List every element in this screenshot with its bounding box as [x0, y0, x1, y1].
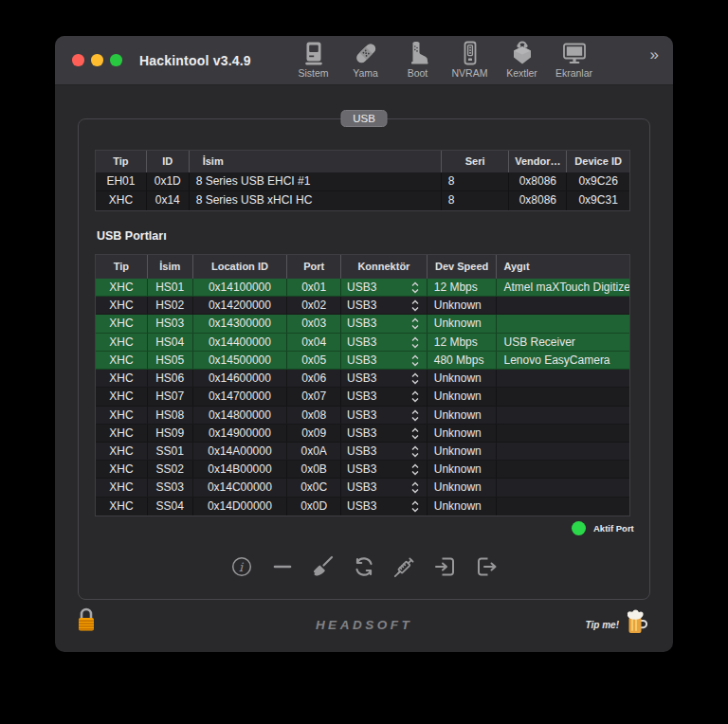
export-button[interactable] [474, 553, 499, 580]
column-header[interactable]: Device ID [567, 151, 629, 172]
table-cell: 12 Mbps [428, 334, 498, 351]
traffic-lights [72, 54, 122, 66]
connector-select[interactable]: USB3 [341, 334, 428, 351]
port-row[interactable]: XHCHS020x142000000x02USB3Unknown [96, 297, 629, 315]
table-cell: XHC [96, 334, 148, 351]
port-row[interactable]: XHCHS040x144000000x04USB312 MbpsUSB Rece… [96, 334, 629, 352]
active-port-legend: Aktif Port [572, 521, 634, 535]
table-cell: HS06 [148, 370, 193, 387]
remove-button[interactable] [270, 553, 295, 580]
port-row[interactable]: XHCHS030x143000000x03USB3Unknown [96, 315, 629, 333]
toolbar-label: Ekranlar [555, 67, 592, 79]
connector-select[interactable]: USB3 [341, 297, 428, 314]
controller-row[interactable]: XHC0x148 Series USB xHCI HC80x80860x9C31 [96, 191, 629, 210]
port-row[interactable]: XHCHS090x149000000x09USB3Unknown [96, 425, 629, 443]
clean-broom-button[interactable] [311, 553, 336, 580]
table-cell: XHC [96, 370, 148, 387]
refresh-button[interactable] [352, 553, 376, 580]
table-cell: Unknown [428, 443, 498, 460]
port-row[interactable]: XHCSS010x14A000000x0AUSB3Unknown [96, 443, 629, 461]
column-header[interactable]: ID [147, 151, 190, 172]
table-cell: 480 Mbps [428, 352, 498, 369]
port-row[interactable]: XHCHS050x145000000x05USB3480 MbpsLenovo … [96, 352, 629, 370]
table-cell: 0x9C26 [567, 172, 629, 190]
close-button[interactable] [72, 54, 84, 66]
import-button[interactable] [433, 553, 458, 580]
table-cell: 0x14800000 [193, 407, 288, 424]
table-cell: HS08 [148, 407, 193, 424]
column-header[interactable]: Dev Speed [428, 255, 498, 279]
table-cell: 0x14400000 [193, 334, 288, 351]
headsoft-logo: HEADSOFT [55, 618, 673, 632]
table-cell: 0x14100000 [193, 279, 288, 296]
computer-icon [301, 40, 326, 66]
toolbar-item-yama[interactable]: Yama [339, 40, 391, 83]
connector-select[interactable]: USB3 [341, 388, 428, 405]
column-header[interactable]: Tip [96, 151, 147, 172]
table-cell: 0x02 [287, 297, 341, 314]
column-header[interactable]: Aygıt [497, 255, 629, 279]
main-toolbar: Sistem Yama Boot NVRAM [287, 40, 600, 83]
table-cell: XHC [96, 443, 148, 460]
table-cell: 0x14B00000 [193, 461, 288, 478]
tab-usb[interactable]: USB [341, 110, 388, 127]
table-cell: 12 Mbps [428, 279, 498, 296]
table-cell: HS04 [148, 334, 193, 351]
connector-select[interactable]: USB3 [341, 352, 428, 369]
table-cell: 0x14 [147, 191, 190, 210]
column-header[interactable]: İsim [190, 151, 442, 172]
toolbar-label: NVRAM [452, 67, 488, 79]
toolbar-overflow-button[interactable]: » [650, 45, 659, 64]
table-cell: 0x0A [287, 443, 341, 460]
table-cell: Unknown [428, 315, 498, 332]
table-cell: Unknown [428, 388, 498, 405]
toolbar-item-ekranlar[interactable]: Ekranlar [548, 40, 600, 83]
port-row[interactable]: XHCHS080x148000000x08USB3Unknown [96, 407, 629, 425]
port-row[interactable]: XHCSS020x14B000000x0BUSB3Unknown [96, 461, 629, 479]
connector-select[interactable]: USB3 [341, 461, 428, 478]
column-header[interactable]: Seri [442, 151, 510, 172]
beer-icon [626, 608, 648, 641]
column-header[interactable]: Konnektör [341, 255, 428, 279]
connector-select[interactable]: USB3 [341, 425, 428, 442]
svg-text:i: i [239, 560, 244, 574]
connector-select[interactable]: USB3 [341, 370, 428, 387]
connector-select[interactable]: USB3 [341, 407, 428, 424]
minimize-button[interactable] [91, 54, 103, 66]
column-header[interactable]: Vendor… [509, 151, 567, 172]
toolbar-item-nvram[interactable]: NVRAM [444, 40, 496, 83]
toolbar-item-kextler[interactable]: Kextler [496, 40, 548, 83]
port-row[interactable]: XHCHS010x141000000x01USB312 MbpsAtmel ma… [96, 279, 629, 297]
table-cell: Unknown [428, 370, 498, 387]
table-cell [497, 425, 629, 442]
table-cell: Atmel maXTouch Digitizer [497, 279, 629, 296]
info-button[interactable]: i [229, 553, 254, 580]
toolbar-item-boot[interactable]: Boot [391, 40, 444, 83]
connector-select[interactable]: USB3 [341, 479, 428, 496]
port-row[interactable]: XHCSS040x14D000000x0DUSB3Unknown [96, 498, 629, 516]
table-cell: 0x01 [287, 279, 341, 296]
table-cell: HS03 [148, 315, 193, 332]
connector-select[interactable]: USB3 [341, 443, 428, 460]
table-cell [497, 370, 629, 387]
zoom-button[interactable] [110, 54, 122, 66]
table-cell [497, 297, 629, 314]
port-row[interactable]: XHCSS030x14C000000x0CUSB3Unknown [96, 479, 629, 497]
table-cell [497, 443, 629, 460]
column-header[interactable]: Tip [96, 255, 148, 279]
tip-me[interactable]: Tip me! [586, 608, 648, 641]
table-cell: 0x14A00000 [193, 443, 288, 460]
controller-row[interactable]: EH010x1D8 Series USB EHCI #180x80860x9C2… [96, 172, 629, 191]
connector-select[interactable]: USB3 [341, 279, 428, 296]
column-header[interactable]: Port [287, 255, 341, 279]
inject-syringe-button[interactable] [392, 553, 417, 580]
toolbar-item-sistem[interactable]: Sistem [287, 40, 339, 83]
connector-select[interactable]: USB3 [341, 315, 428, 332]
table-cell: 8 Series USB xHCI HC [190, 191, 442, 210]
port-row[interactable]: XHCHS060x146000000x06USB3Unknown [96, 370, 629, 388]
controllers-table: TipIDİsimSeriVendor…Device IDEH010x1D8 S… [95, 150, 630, 211]
column-header[interactable]: Location ID [193, 255, 288, 279]
port-row[interactable]: XHCHS070x147000000x07USB3Unknown [96, 388, 629, 406]
column-header[interactable]: İsim [148, 255, 193, 279]
connector-select[interactable]: USB3 [341, 498, 428, 516]
